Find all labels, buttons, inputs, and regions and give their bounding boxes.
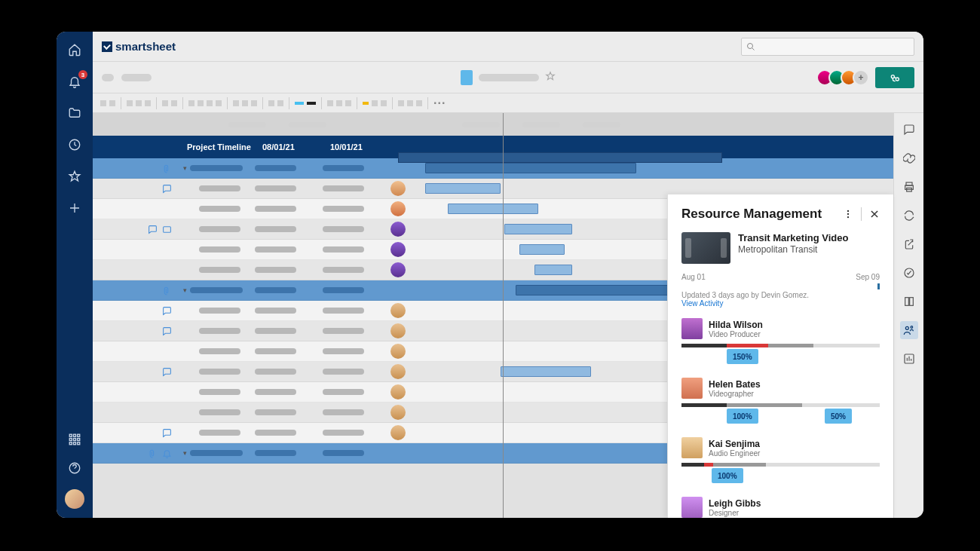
tool-icon[interactable] <box>127 100 133 106</box>
recent-icon[interactable] <box>67 137 82 152</box>
search-input[interactable] <box>741 38 914 56</box>
svg-point-21 <box>905 326 908 329</box>
folder-icon[interactable] <box>67 106 82 121</box>
project-start-date: Aug 01 <box>681 273 706 281</box>
sheet-type-icon <box>461 70 473 85</box>
sheet-tab-bar: + <box>93 62 923 93</box>
tool-icon[interactable] <box>345 100 351 106</box>
export-icon[interactable] <box>900 235 918 253</box>
refresh-icon[interactable] <box>900 207 918 225</box>
favorite-star-icon[interactable] <box>545 71 556 84</box>
grid-header-row <box>93 113 893 136</box>
tool-icon[interactable] <box>162 100 168 106</box>
expand-toggle[interactable]: ▾ <box>179 449 190 457</box>
timeline-col-date1: 08/01/21 <box>255 142 323 152</box>
svg-point-22 <box>911 326 913 329</box>
tool-icon[interactable] <box>188 100 194 106</box>
tool-icon[interactable] <box>171 100 177 106</box>
rm-person-block[interactable]: Hilda Wilson Video Producer 150% <box>681 318 880 366</box>
tool-icon[interactable] <box>100 100 106 106</box>
expand-toggle[interactable]: ▾ <box>179 164 190 172</box>
tool-icon[interactable] <box>398 100 404 106</box>
rm-person-block[interactable]: Kai Senjima Audio Engineer 100% <box>681 437 880 485</box>
avatar <box>681 318 703 339</box>
tool-color-icon[interactable] <box>307 102 316 105</box>
person-name: Hilda Wilson <box>709 320 763 330</box>
logo-mark-icon <box>102 41 112 52</box>
tool-icon[interactable] <box>277 100 283 106</box>
tool-color-icon[interactable] <box>363 102 369 105</box>
tool-icon[interactable] <box>109 100 115 106</box>
table-row[interactable]: ▾ <box>93 158 893 179</box>
tool-icon[interactable] <box>407 100 413 106</box>
tool-icon[interactable] <box>336 100 342 106</box>
tool-icon[interactable] <box>416 100 422 106</box>
tool-icon[interactable] <box>216 100 222 106</box>
content-body: Project Timeline 08/01/21 10/01/21 ▾ <box>93 113 923 518</box>
avatar-more[interactable]: + <box>853 69 869 86</box>
app-window: 3 smartsheet <box>57 32 923 518</box>
timeline-col-date2: 10/01/21 <box>323 142 390 152</box>
tool-icon[interactable] <box>207 100 213 106</box>
more-icon[interactable] <box>843 209 853 219</box>
svg-rect-8 <box>74 442 76 445</box>
comment-icon <box>162 326 172 336</box>
person-role: Designer <box>709 509 761 517</box>
sheet-title-placeholder[interactable] <box>479 74 539 81</box>
comment-icon <box>162 306 172 316</box>
tool-icon[interactable] <box>381 100 387 106</box>
toolbar-overflow-icon[interactable]: ··· <box>433 96 446 110</box>
tool-icon[interactable] <box>372 100 378 106</box>
project-client: Metropolitan Transit <box>738 244 848 255</box>
svg-point-24 <box>847 210 849 212</box>
notifications-badge: 3 <box>78 70 87 79</box>
tool-icon[interactable] <box>268 100 274 106</box>
activity-icon[interactable] <box>900 264 918 282</box>
conversations-icon[interactable] <box>900 121 918 139</box>
close-icon[interactable] <box>869 209 880 219</box>
user-avatar[interactable] <box>65 489 84 509</box>
rm-project-block[interactable]: Transit Marketing Video Metropolitan Tra… <box>681 232 880 264</box>
tool-icon[interactable] <box>136 100 142 106</box>
attachments-icon[interactable] <box>900 149 918 167</box>
tool-color-icon[interactable] <box>295 102 304 105</box>
expand-toggle[interactable]: ▾ <box>179 286 190 294</box>
svg-rect-9 <box>78 442 80 445</box>
rm-person-block[interactable]: Helen Bates Videographer 100% 50% <box>681 378 880 425</box>
allocation-badge: 100% <box>712 468 743 483</box>
tool-icon[interactable] <box>233 100 239 106</box>
favorites-icon[interactable] <box>67 169 82 184</box>
resource-management-panel: Resource Management Transit Marketing Vi… <box>667 194 893 518</box>
view-activity-link[interactable]: View Activity <box>681 299 880 308</box>
add-icon[interactable] <box>67 201 82 216</box>
summary-icon[interactable] <box>900 292 918 311</box>
project-thumbnail <box>681 232 730 264</box>
chart-icon[interactable] <box>900 350 918 368</box>
tool-icon[interactable] <box>242 100 248 106</box>
collaborator-avatars[interactable]: + <box>821 69 869 86</box>
comment-icon <box>162 428 172 438</box>
resource-management-icon[interactable] <box>900 321 918 339</box>
notifications-icon[interactable]: 3 <box>67 74 82 89</box>
project-updated-text: Updated 3 days ago by Devin Gomez. <box>681 291 880 299</box>
brand-logo[interactable]: smartsheet <box>102 40 176 53</box>
tool-icon[interactable] <box>327 100 333 106</box>
share-button[interactable] <box>875 67 914 88</box>
tool-icon[interactable] <box>251 100 257 106</box>
apps-icon[interactable] <box>67 432 82 447</box>
help-icon[interactable] <box>67 461 82 476</box>
tool-icon[interactable] <box>198 100 204 106</box>
tool-icon[interactable] <box>145 100 151 106</box>
svg-point-25 <box>847 213 849 215</box>
comment-icon <box>162 184 172 194</box>
rm-person-block[interactable]: Leigh Gibbs Designer 110% 100% <box>681 497 880 518</box>
comment-icon <box>148 225 158 234</box>
reminder-icon <box>162 448 172 458</box>
svg-rect-3 <box>78 434 80 436</box>
project-name: Transit Marketing Video <box>738 232 848 243</box>
person-role: Videographer <box>709 390 761 398</box>
home-icon[interactable] <box>67 42 82 57</box>
print-icon[interactable] <box>900 178 918 196</box>
svg-rect-14 <box>164 226 171 232</box>
allocation-track <box>681 344 880 347</box>
